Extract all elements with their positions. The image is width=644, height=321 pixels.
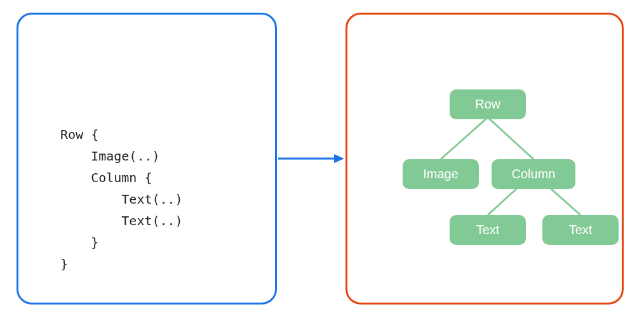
tree-node-column: Column: [492, 159, 575, 189]
tree-diagram: Row Image Column Text Text: [345, 13, 624, 305]
code-line: Image(..): [60, 148, 160, 164]
code-line: Text(..): [60, 213, 183, 228]
code-line: Column {: [60, 170, 152, 185]
svg-line-3: [488, 117, 533, 159]
code-panel: Row { Image(..) Column { Text(..) Text(.…: [17, 13, 277, 305]
tree-node-text-1: Text: [450, 215, 526, 245]
tree-node-text-2: Text: [542, 215, 619, 245]
code-block: Row { Image(..) Column { Text(..) Text(.…: [60, 102, 183, 275]
code-line: }: [60, 256, 68, 272]
svg-marker-1: [334, 154, 344, 163]
tree-node-row: Row: [450, 89, 526, 119]
tree-edges: [345, 13, 624, 305]
code-line: Text(..): [60, 192, 183, 207]
arrow-icon: [278, 152, 344, 165]
tree-node-image: Image: [403, 159, 479, 189]
code-line: Row {: [60, 127, 98, 142]
svg-line-2: [441, 117, 488, 159]
code-line: }: [60, 235, 98, 250]
